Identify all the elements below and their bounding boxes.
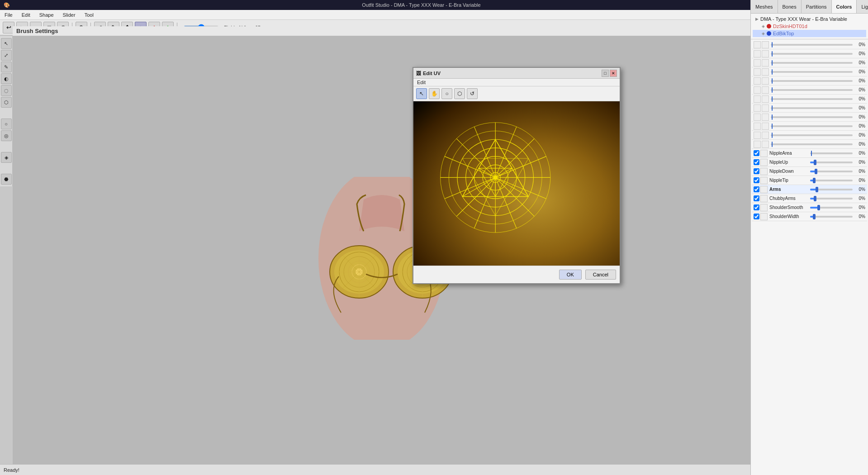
shouldersmooth-checkbox[interactable] <box>754 204 759 210</box>
slider-pct-4: 0% <box>853 69 865 74</box>
shoulderwidth-slider[interactable] <box>810 216 853 218</box>
side-tool-7[interactable]: ○ <box>1 119 12 129</box>
uv-tool-rotate[interactable]: ↺ <box>467 88 478 99</box>
side-tool-10[interactable]: ⬣ <box>1 174 12 185</box>
slider-pct-5: 0% <box>853 78 865 83</box>
edit-uv-dialog: 🖼 Edit UV □ ✕ Edit ↖ ✋ ○ ⬡ ↺ <box>413 67 621 284</box>
tree-root[interactable]: ▶ DMA - Type XXX Wear - E-Bra Variable <box>753 15 866 23</box>
brush-settings-bar: Brush Settings <box>13 26 750 36</box>
tree-child-skin-label: DzSkinHDT01d <box>773 24 807 29</box>
tree-child-skin[interactable]: ◈ DzSkinHDT01d <box>753 23 866 30</box>
nippletip-slider[interactable] <box>810 180 853 181</box>
nipplearea-pct: 0% <box>853 151 865 156</box>
tab-colors[interactable]: Colors <box>832 0 857 13</box>
side-tool-5[interactable]: ◌ <box>1 85 12 96</box>
nippledown-checkbox[interactable] <box>754 168 759 174</box>
left-sidebar: ↖ ⤢ ✎ ◐ ◌ ⬡ ○ ◎ ◈ ⬣ <box>0 36 13 186</box>
side-tool-2[interactable]: ⤢ <box>1 50 12 61</box>
uv-menu-bar: Edit <box>413 79 620 86</box>
uv-buttons: OK Cancel <box>413 266 620 283</box>
uv-cancel-button[interactable]: Cancel <box>585 270 616 280</box>
uv-tool-hand[interactable]: ✋ <box>429 88 440 99</box>
side-tool-9[interactable]: ◈ <box>1 152 12 163</box>
side-tool-8[interactable]: ◎ <box>1 130 12 141</box>
nippledown-slider[interactable] <box>810 171 853 172</box>
nippleup-checkbox[interactable] <box>754 159 759 165</box>
right-panel: Meshes Bones Partitions Colors Lights ▶ … <box>750 0 868 475</box>
tree-area: ▶ DMA - Type XXX Wear - E-Bra Variable ◈… <box>751 14 868 39</box>
right-tabs: Meshes Bones Partitions Colors Lights <box>751 0 868 14</box>
slider-pct-9: 0% <box>853 114 865 119</box>
nipplearea-slider[interactable] <box>810 152 853 154</box>
side-tool-4[interactable]: ◐ <box>1 73 12 84</box>
tab-partitions[interactable]: Partitions <box>802 0 832 13</box>
slider-pct-6: 0% <box>853 87 865 92</box>
side-tool-cursor[interactable]: ↖ <box>1 38 12 49</box>
brush-settings-label: Brush Settings <box>16 28 58 34</box>
nippletip-pct: 0% <box>853 178 865 183</box>
uv-title-bar: 🖼 Edit UV □ ✕ <box>413 68 620 79</box>
slider-pct-3: 0% <box>853 60 865 65</box>
slider-pct-10: 0% <box>853 124 865 128</box>
slider-pct-12: 0% <box>853 142 865 147</box>
slider-pct-8: 0% <box>853 105 865 110</box>
uv-canvas <box>413 101 620 266</box>
uv-icon: 🖼 <box>416 71 421 76</box>
menu-tool[interactable]: Tool <box>83 11 95 19</box>
uv-title-label: Edit UV <box>423 71 441 76</box>
tree-root-label: DMA - Type XXX Wear - E-Bra Variable <box>760 16 847 22</box>
uv-toolbar: ↖ ✋ ○ ⬡ ↺ <box>413 86 620 101</box>
uv-menu-edit[interactable]: Edit <box>417 80 426 85</box>
uv-mesh-svg <box>413 101 620 266</box>
app-icon: 🎨 <box>4 2 10 8</box>
menu-bar: File Edit Shape Slider Tool <box>0 10 868 20</box>
menu-shape[interactable]: Shape <box>38 11 56 19</box>
uv-tool-circle[interactable]: ○ <box>441 88 452 99</box>
chubbyarms-slider[interactable] <box>810 198 853 200</box>
shouldersmooth-pct: 0% <box>853 205 865 210</box>
shoulderwidth-checkbox[interactable] <box>754 214 759 219</box>
arms-checkbox[interactable] <box>754 186 759 192</box>
uv-tool-cursor[interactable]: ↖ <box>416 88 427 99</box>
uv-title-controls: □ ✕ <box>602 70 617 77</box>
shouldersmooth-slider[interactable] <box>810 207 853 209</box>
status-bar: Ready! <box>0 464 868 475</box>
uv-maximize-button[interactable]: □ <box>602 70 609 77</box>
chubbyarms-checkbox[interactable] <box>754 195 759 201</box>
slider-pct-11: 0% <box>853 133 865 138</box>
side-tool-6[interactable]: ⬡ <box>1 97 12 108</box>
tab-meshes[interactable]: Meshes <box>751 0 778 13</box>
nippletip-checkbox[interactable] <box>754 177 759 183</box>
nippledown-pct: 0% <box>853 169 865 174</box>
tree-child-top-label: EdBikTop <box>773 31 794 36</box>
menu-file[interactable]: File <box>3 11 14 19</box>
menu-slider[interactable]: Slider <box>61 11 77 19</box>
title-bar: 🎨 Outfit Studio - DMA - Type XXX Wear - … <box>0 0 868 10</box>
tree-child-top[interactable]: ◈ EdBikTop <box>753 30 866 37</box>
slider-pct-2: 0% <box>853 51 865 56</box>
slider-pct-1: 0% <box>853 42 865 47</box>
tab-lights[interactable]: Lights <box>857 0 868 13</box>
nipplearea-checkbox[interactable] <box>754 150 759 156</box>
side-tool-3[interactable]: ✎ <box>1 62 12 72</box>
shoulderwidth-pct: 0% <box>853 214 865 219</box>
nippleup-slider[interactable] <box>810 162 853 163</box>
uv-ok-button[interactable]: OK <box>559 270 582 280</box>
uv-tool-resize[interactable]: ⬡ <box>454 88 465 99</box>
arms-pct: 0% <box>853 187 865 192</box>
uv-close-button[interactable]: ✕ <box>610 70 617 77</box>
window-title: Outfit Studio - DMA - Type XXX Wear - E-… <box>362 2 480 8</box>
nippleup-pct: 0% <box>853 160 865 165</box>
slider-pct-7: 0% <box>853 96 865 101</box>
tab-bones[interactable]: Bones <box>778 0 802 13</box>
sliders-area: 0% 0% 0% 0% <box>751 39 868 475</box>
main-viewport <box>13 36 750 464</box>
menu-edit[interactable]: Edit <box>20 11 32 19</box>
svg-rect-33 <box>419 101 614 266</box>
status-text: Ready! <box>4 467 19 473</box>
uv-title-text: 🖼 Edit UV <box>416 71 441 76</box>
arms-slider[interactable] <box>810 189 853 190</box>
chubbyarms-pct: 0% <box>853 196 865 201</box>
